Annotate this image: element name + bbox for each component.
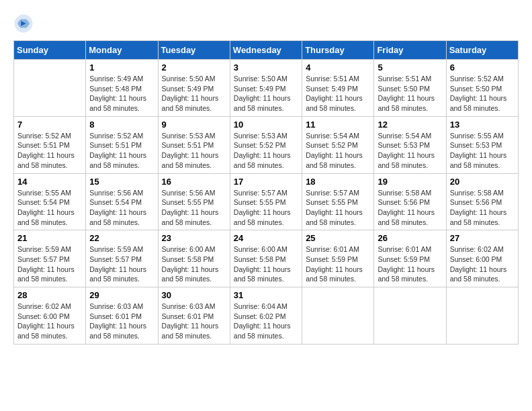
column-header-saturday: Saturday xyxy=(446,41,518,60)
day-number: 20 xyxy=(450,177,515,187)
day-number: 23 xyxy=(162,233,226,243)
day-number: 25 xyxy=(306,233,370,243)
calendar-week-row: 1Sunrise: 5:49 AM Sunset: 5:48 PM Daylig… xyxy=(14,60,519,117)
calendar-cell: 20Sunrise: 5:58 AM Sunset: 5:56 PM Dayli… xyxy=(446,173,518,230)
day-info: Sunrise: 5:53 AM Sunset: 5:51 PM Dayligh… xyxy=(162,131,226,171)
day-number: 22 xyxy=(89,233,154,243)
calendar-cell: 19Sunrise: 5:58 AM Sunset: 5:56 PM Dayli… xyxy=(374,173,446,230)
day-number: 1 xyxy=(89,62,154,73)
calendar-cell xyxy=(14,60,86,117)
day-number: 7 xyxy=(17,120,82,130)
calendar-cell: 2Sunrise: 5:50 AM Sunset: 5:49 PM Daylig… xyxy=(158,60,230,117)
day-number: 26 xyxy=(378,233,442,243)
day-number: 5 xyxy=(378,62,442,73)
day-info: Sunrise: 6:02 AM Sunset: 6:00 PM Dayligh… xyxy=(450,244,515,284)
calendar-table: SundayMondayTuesdayWednesdayThursdayFrid… xyxy=(13,40,519,345)
calendar-cell: 4Sunrise: 5:51 AM Sunset: 5:49 PM Daylig… xyxy=(302,60,374,117)
day-info: Sunrise: 5:52 AM Sunset: 5:50 PM Dayligh… xyxy=(450,74,515,113)
day-info: Sunrise: 6:03 AM Sunset: 6:01 PM Dayligh… xyxy=(89,302,154,341)
day-info: Sunrise: 6:01 AM Sunset: 5:59 PM Dayligh… xyxy=(306,244,370,284)
day-number: 30 xyxy=(162,290,226,300)
day-number: 10 xyxy=(234,120,298,130)
day-info: Sunrise: 5:58 AM Sunset: 5:56 PM Dayligh… xyxy=(450,188,515,228)
day-number: 13 xyxy=(450,120,515,130)
calendar-cell: 29Sunrise: 6:03 AM Sunset: 6:01 PM Dayli… xyxy=(86,287,158,345)
day-number: 2 xyxy=(162,62,226,73)
day-info: Sunrise: 6:00 AM Sunset: 5:58 PM Dayligh… xyxy=(162,244,226,284)
day-number: 31 xyxy=(234,290,298,300)
calendar-cell: 23Sunrise: 6:00 AM Sunset: 5:58 PM Dayli… xyxy=(158,230,230,287)
day-number: 29 xyxy=(89,290,154,300)
day-info: Sunrise: 6:01 AM Sunset: 5:59 PM Dayligh… xyxy=(378,244,442,284)
calendar-header-row: SundayMondayTuesdayWednesdayThursdayFrid… xyxy=(14,41,519,60)
day-number: 11 xyxy=(306,120,370,130)
column-header-wednesday: Wednesday xyxy=(230,41,302,60)
column-header-tuesday: Tuesday xyxy=(158,41,230,60)
calendar-week-row: 7Sunrise: 5:52 AM Sunset: 5:51 PM Daylig… xyxy=(14,116,519,173)
calendar-cell: 13Sunrise: 5:55 AM Sunset: 5:53 PM Dayli… xyxy=(446,116,518,173)
day-info: Sunrise: 5:59 AM Sunset: 5:57 PM Dayligh… xyxy=(17,244,82,284)
day-info: Sunrise: 5:56 AM Sunset: 5:54 PM Dayligh… xyxy=(89,188,154,228)
calendar-cell: 28Sunrise: 6:02 AM Sunset: 6:00 PM Dayli… xyxy=(14,287,86,345)
calendar-week-row: 21Sunrise: 5:59 AM Sunset: 5:57 PM Dayli… xyxy=(14,230,519,287)
day-info: Sunrise: 5:59 AM Sunset: 5:57 PM Dayligh… xyxy=(89,244,154,284)
day-number: 3 xyxy=(234,62,298,73)
calendar-cell: 26Sunrise: 6:01 AM Sunset: 5:59 PM Dayli… xyxy=(374,230,446,287)
day-number: 16 xyxy=(162,177,226,187)
calendar-cell: 27Sunrise: 6:02 AM Sunset: 6:00 PM Dayli… xyxy=(446,230,518,287)
calendar-cell: 3Sunrise: 5:50 AM Sunset: 5:49 PM Daylig… xyxy=(230,60,302,117)
day-info: Sunrise: 5:57 AM Sunset: 5:55 PM Dayligh… xyxy=(234,188,298,228)
day-number: 19 xyxy=(378,177,442,187)
calendar-cell: 14Sunrise: 5:55 AM Sunset: 5:54 PM Dayli… xyxy=(14,173,86,230)
day-info: Sunrise: 5:56 AM Sunset: 5:55 PM Dayligh… xyxy=(162,188,226,228)
logo-icon xyxy=(13,13,34,34)
calendar-cell: 24Sunrise: 6:00 AM Sunset: 5:58 PM Dayli… xyxy=(230,230,302,287)
day-number: 18 xyxy=(306,177,370,187)
column-header-monday: Monday xyxy=(86,41,158,60)
day-info: Sunrise: 5:52 AM Sunset: 5:51 PM Dayligh… xyxy=(89,131,154,171)
calendar-cell: 11Sunrise: 5:54 AM Sunset: 5:52 PM Dayli… xyxy=(302,116,374,173)
calendar-cell xyxy=(446,287,518,345)
day-info: Sunrise: 5:53 AM Sunset: 5:52 PM Dayligh… xyxy=(234,131,298,171)
day-info: Sunrise: 5:50 AM Sunset: 5:49 PM Dayligh… xyxy=(162,74,226,113)
calendar-cell: 7Sunrise: 5:52 AM Sunset: 5:51 PM Daylig… xyxy=(14,116,86,173)
page-header xyxy=(13,13,519,34)
day-info: Sunrise: 6:03 AM Sunset: 6:01 PM Dayligh… xyxy=(162,302,226,341)
day-number: 9 xyxy=(162,120,226,130)
calendar-cell: 9Sunrise: 5:53 AM Sunset: 5:51 PM Daylig… xyxy=(158,116,230,173)
day-number: 28 xyxy=(17,290,82,300)
calendar-cell: 1Sunrise: 5:49 AM Sunset: 5:48 PM Daylig… xyxy=(86,60,158,117)
day-info: Sunrise: 6:04 AM Sunset: 6:02 PM Dayligh… xyxy=(234,302,298,341)
day-info: Sunrise: 5:54 AM Sunset: 5:52 PM Dayligh… xyxy=(306,131,370,171)
day-info: Sunrise: 5:57 AM Sunset: 5:55 PM Dayligh… xyxy=(306,188,370,228)
calendar-cell: 30Sunrise: 6:03 AM Sunset: 6:01 PM Dayli… xyxy=(158,287,230,345)
day-number: 27 xyxy=(450,233,515,243)
day-number: 4 xyxy=(306,62,370,73)
day-number: 17 xyxy=(234,177,298,187)
column-header-thursday: Thursday xyxy=(302,41,374,60)
logo xyxy=(13,13,36,34)
calendar-cell: 6Sunrise: 5:52 AM Sunset: 5:50 PM Daylig… xyxy=(446,60,518,117)
day-info: Sunrise: 5:55 AM Sunset: 5:53 PM Dayligh… xyxy=(450,131,515,171)
calendar-cell: 8Sunrise: 5:52 AM Sunset: 5:51 PM Daylig… xyxy=(86,116,158,173)
calendar-cell: 16Sunrise: 5:56 AM Sunset: 5:55 PM Dayli… xyxy=(158,173,230,230)
day-info: Sunrise: 5:50 AM Sunset: 5:49 PM Dayligh… xyxy=(234,74,298,113)
day-number: 8 xyxy=(89,120,154,130)
day-info: Sunrise: 5:49 AM Sunset: 5:48 PM Dayligh… xyxy=(89,74,154,113)
calendar-cell: 10Sunrise: 5:53 AM Sunset: 5:52 PM Dayli… xyxy=(230,116,302,173)
day-number: 21 xyxy=(17,233,82,243)
day-info: Sunrise: 5:58 AM Sunset: 5:56 PM Dayligh… xyxy=(378,188,442,228)
day-info: Sunrise: 6:00 AM Sunset: 5:58 PM Dayligh… xyxy=(234,244,298,284)
calendar-cell: 17Sunrise: 5:57 AM Sunset: 5:55 PM Dayli… xyxy=(230,173,302,230)
day-info: Sunrise: 5:51 AM Sunset: 5:49 PM Dayligh… xyxy=(306,74,370,113)
calendar-cell: 12Sunrise: 5:54 AM Sunset: 5:53 PM Dayli… xyxy=(374,116,446,173)
column-header-friday: Friday xyxy=(374,41,446,60)
day-number: 12 xyxy=(378,120,442,130)
day-number: 14 xyxy=(17,177,82,187)
calendar-cell: 21Sunrise: 5:59 AM Sunset: 5:57 PM Dayli… xyxy=(14,230,86,287)
calendar-cell: 25Sunrise: 6:01 AM Sunset: 5:59 PM Dayli… xyxy=(302,230,374,287)
calendar-week-row: 14Sunrise: 5:55 AM Sunset: 5:54 PM Dayli… xyxy=(14,173,519,230)
column-header-sunday: Sunday xyxy=(14,41,86,60)
day-number: 15 xyxy=(89,177,154,187)
day-info: Sunrise: 5:55 AM Sunset: 5:54 PM Dayligh… xyxy=(17,188,82,228)
